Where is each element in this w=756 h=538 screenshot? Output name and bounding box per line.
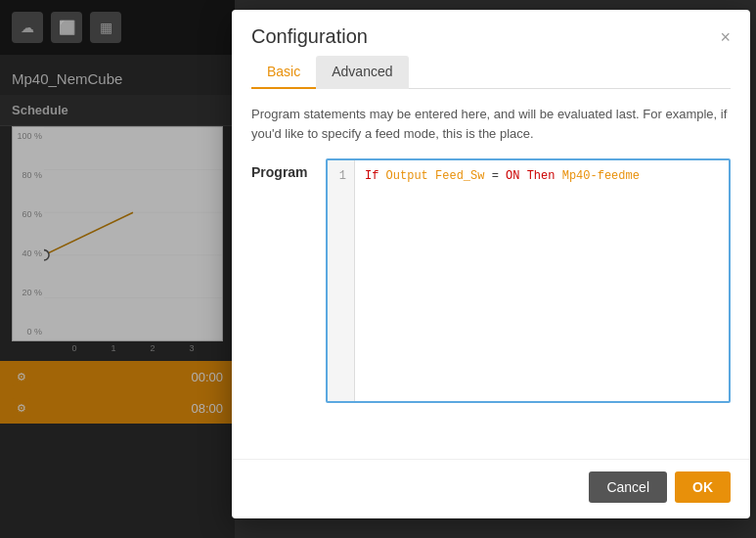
- modal-header: Configuration ×: [232, 10, 750, 48]
- program-label: Program: [251, 158, 310, 180]
- line-number-1: 1: [335, 166, 346, 188]
- code-content[interactable]: If Output Feed_Sw = ON Then Mp40-feedme: [355, 160, 729, 401]
- tab-advanced[interactable]: Advanced: [316, 56, 408, 89]
- modal-tabs: Basic Advanced: [251, 56, 731, 89]
- tab-basic[interactable]: Basic: [251, 56, 316, 89]
- code-plain-3: =: [484, 169, 506, 183]
- code-keyword-output: Output: [386, 169, 428, 183]
- modal-footer: Cancel OK: [232, 459, 750, 518]
- configuration-modal: Configuration × Basic Advanced Program s…: [232, 10, 750, 518]
- cancel-button[interactable]: Cancel: [589, 471, 667, 503]
- code-plain-4: [519, 169, 526, 183]
- modal-body: Program statements may be entered here, …: [232, 89, 750, 459]
- ok-button[interactable]: OK: [675, 471, 731, 503]
- code-var-feedsw: Feed_Sw: [435, 169, 484, 183]
- close-button[interactable]: ×: [720, 28, 731, 46]
- code-keyword-if: If: [365, 169, 378, 183]
- code-keyword-then: Then: [527, 169, 556, 183]
- modal-title: Configuration: [251, 25, 368, 48]
- program-row: Program 1 If Output Feed_Sw = ON Then Mp…: [251, 158, 731, 403]
- code-val-on: ON: [506, 169, 519, 183]
- code-plain-2: [428, 169, 435, 183]
- line-numbers: 1: [328, 160, 355, 401]
- code-editor[interactable]: 1 If Output Feed_Sw = ON Then Mp40-feedm…: [326, 158, 731, 403]
- modal-description: Program statements may be entered here, …: [251, 105, 731, 143]
- code-var-mp40: Mp40-feedme: [562, 169, 640, 183]
- code-plain-5: [555, 169, 561, 183]
- code-plain-1: [378, 169, 385, 183]
